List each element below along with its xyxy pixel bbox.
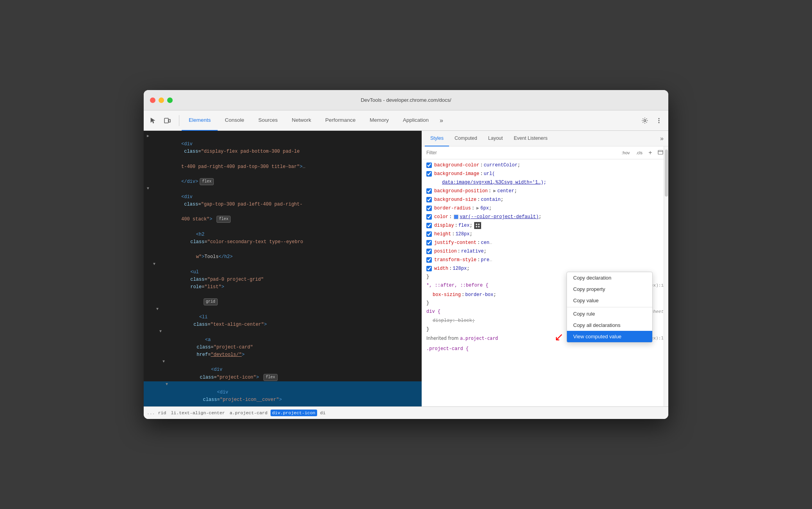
html-content: <li class="text-align-center"> xyxy=(162,306,419,329)
scrollbar-thumb[interactable] xyxy=(665,150,668,197)
grid-icon[interactable] xyxy=(474,222,481,229)
expand-icon[interactable]: ▼ xyxy=(159,329,166,335)
toolbar-tabs: Elements Console Sources Network Perform… xyxy=(182,110,639,131)
maximize-button[interactable] xyxy=(167,97,173,103)
tab-memory[interactable]: Memory xyxy=(363,110,396,131)
style-row: transform-style : pre… xyxy=(422,256,668,264)
style-row: justify-content : cen… xyxy=(422,238,668,247)
style-row: background-size : contain ; xyxy=(422,195,668,204)
tab-performance[interactable]: Performance xyxy=(318,110,363,131)
prop-checkbox[interactable] xyxy=(426,249,432,254)
tab-console[interactable]: Console xyxy=(218,110,251,131)
expand-icon[interactable]: ▼ xyxy=(162,359,169,365)
cls-filter-button[interactable]: .cls xyxy=(634,150,645,156)
more-tabs-button[interactable]: » xyxy=(436,110,447,131)
selector-text: div { xyxy=(426,308,440,316)
style-row: background-color : currentColor ; xyxy=(422,161,668,170)
cursor-icon[interactable] xyxy=(147,114,159,127)
add-style-button[interactable]: + xyxy=(646,149,654,157)
html-content: w">Tools</h2> xyxy=(159,246,419,261)
css-value: pre xyxy=(481,256,489,264)
breadcrumb-item-div-icon[interactable]: div.project-icon xyxy=(271,410,317,416)
main-area: ▶ <div class="display-flex pad-bottom-30… xyxy=(144,131,668,406)
svg-rect-0 xyxy=(164,118,168,123)
more-options-icon[interactable] xyxy=(653,114,665,127)
css-property: background-size xyxy=(434,196,476,204)
expand-icon[interactable]: ▼ xyxy=(166,381,172,388)
copy-all-declarations-item[interactable]: Copy all declarations xyxy=(567,319,652,331)
expand-icon[interactable]: ▶ xyxy=(147,133,153,139)
style-row: position : relative ; xyxy=(422,247,668,256)
breadcrumb-item-a[interactable]: a.project-card xyxy=(228,410,269,416)
color-swatch[interactable] xyxy=(454,215,458,219)
prop-checkbox[interactable] xyxy=(426,231,432,237)
close-button[interactable] xyxy=(150,97,155,103)
html-line: <h2 class="color-secondary-text type--ey… xyxy=(144,224,422,246)
scrollbar-track[interactable] xyxy=(664,146,668,406)
copy-rule-item[interactable]: Copy rule xyxy=(567,308,652,319)
copy-property-item[interactable]: Copy property xyxy=(567,283,652,295)
filter-bar: :hov .cls + xyxy=(422,146,668,159)
prop-checkbox[interactable] xyxy=(426,257,432,263)
context-menu: Copy declaration Copy property Copy valu… xyxy=(567,272,653,343)
filter-input[interactable] xyxy=(425,149,618,156)
css-value: url( xyxy=(484,170,495,178)
more-styles-tabs-icon[interactable]: » xyxy=(659,135,665,142)
tab-styles[interactable]: Styles xyxy=(425,131,449,146)
prop-checkbox[interactable] xyxy=(426,223,432,228)
svg-point-4 xyxy=(659,120,660,121)
html-line: w">Tools</h2> xyxy=(144,246,422,261)
minimize-button[interactable] xyxy=(159,97,164,103)
svg-point-5 xyxy=(659,122,660,123)
css-value: flex xyxy=(458,222,470,229)
breadcrumb-item-di[interactable]: di xyxy=(319,410,327,416)
breadcrumb-more-dots[interactable]: ... xyxy=(147,410,155,415)
tab-elements[interactable]: Elements xyxy=(182,110,218,131)
style-row: data:image/svg+xml,%3Csvg_width='1… ); xyxy=(422,178,668,187)
prop-checkbox[interactable] xyxy=(426,214,432,220)
tab-sources[interactable]: Sources xyxy=(251,110,285,131)
html-line: ▼ <div class="gap-top-300 pad-left-400 p… xyxy=(144,186,422,208)
css-value: 128px xyxy=(455,230,469,238)
toolbar-divider xyxy=(179,115,179,126)
html-line: 400 stack"> flex xyxy=(144,208,422,224)
html-content: 400 stack"> flex xyxy=(153,208,419,224)
tab-layout[interactable]: Layout xyxy=(483,131,509,146)
prop-checkbox[interactable] xyxy=(426,266,432,271)
css-property: box-sizing xyxy=(433,291,461,299)
html-panel[interactable]: ▶ <div class="display-flex pad-bottom-30… xyxy=(144,131,422,406)
selector-text: *, ::after, ::before { xyxy=(426,282,488,289)
expand-icon[interactable]: ▼ xyxy=(156,306,162,312)
svg-rect-11 xyxy=(478,226,480,227)
tab-event-listeners[interactable]: Event Listeners xyxy=(508,131,553,146)
prop-checkbox[interactable] xyxy=(426,171,432,177)
prop-checkbox[interactable] xyxy=(426,206,432,211)
device-icon[interactable] xyxy=(161,114,173,127)
settings-icon[interactable] xyxy=(639,114,651,127)
prop-checkbox[interactable] xyxy=(426,240,432,245)
tab-network[interactable]: Network xyxy=(285,110,318,131)
expand-icon[interactable]: ▼ xyxy=(147,186,153,192)
prop-checkbox[interactable] xyxy=(426,188,432,194)
css-property: color xyxy=(434,213,448,221)
style-row: background-image : url( xyxy=(422,170,668,178)
tab-computed[interactable]: Computed xyxy=(449,131,483,146)
html-line: grid xyxy=(144,291,422,306)
expand-icon[interactable]: ▼ xyxy=(153,261,159,267)
prop-checkbox[interactable] xyxy=(426,197,432,202)
html-content: <h2 class="color-secondary-text type--ey… xyxy=(159,224,419,246)
css-value: var(--color-project-default) xyxy=(460,213,539,221)
breadcrumb-item-li[interactable]: li.text-align-center xyxy=(169,410,226,416)
css-property: transform-style xyxy=(434,256,476,264)
svg-rect-1 xyxy=(169,119,170,122)
prop-checkbox[interactable] xyxy=(426,162,432,168)
view-computed-value-item[interactable]: View computed value xyxy=(567,331,652,342)
inherited-element[interactable]: a.project-card xyxy=(460,336,498,341)
breadcrumb-item-rid[interactable]: rid xyxy=(157,410,168,416)
copy-declaration-item[interactable]: Copy declaration xyxy=(567,272,652,283)
css-url-link[interactable]: data:image/svg+xml,%3Csvg_width='1… xyxy=(442,179,541,186)
copy-value-item[interactable]: Copy value xyxy=(567,295,652,306)
css-value: 6px xyxy=(480,204,489,212)
tab-application[interactable]: Application xyxy=(396,110,436,131)
hov-filter-button[interactable]: :hov xyxy=(619,150,632,156)
